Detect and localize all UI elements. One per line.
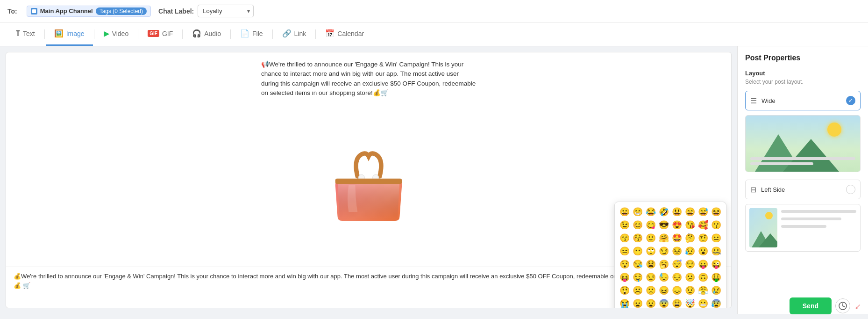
emoji-cell[interactable]: 🤯 [684,297,696,308]
layout-option-leftside[interactable]: ⊟ Left Side [745,180,861,199]
emoji-cell[interactable]: 😔 [671,271,683,283]
emoji-cell[interactable]: 😮 [697,245,709,257]
emoji-cell[interactable]: 😕 [684,271,696,283]
emoji-cell[interactable]: 😉 [619,219,631,231]
emoji-cell[interactable]: 😜 [710,258,722,270]
emoji-cell[interactable]: 😧 [645,297,657,308]
emoji-cell[interactable]: 😟 [684,284,696,297]
emoji-cell[interactable]: 😒 [645,271,657,283]
leftside-line-3 [781,225,826,228]
emoji-cell[interactable]: 😴 [671,258,683,270]
emoji-cell[interactable]: 😭 [619,297,631,308]
emoji-cell[interactable]: 😯 [619,258,631,270]
emoji-cell[interactable]: 😥 [684,245,696,257]
emoji-cell[interactable]: 😀 [619,206,631,218]
file-icon: 📄 [240,29,249,38]
image-icon: 🖼️ [54,29,64,38]
emoji-cell[interactable]: 😶 [632,245,644,257]
emoji-cell[interactable]: 😰 [710,297,722,308]
emoji-cell[interactable]: 🤔 [684,232,696,244]
emoji-cell[interactable]: 😲 [619,284,631,297]
emoji-cell[interactable]: 😍 [671,219,683,231]
emoji-cell[interactable]: 🤩 [671,232,683,244]
emoji-cell[interactable]: 😙 [619,232,631,244]
emoji-cell[interactable]: 😝 [619,271,631,283]
emoji-cell[interactable]: 😘 [684,219,696,231]
gif-icon: GIF [148,30,159,37]
emoji-cell[interactable]: 😢 [710,284,722,297]
leftside-layout-name: Left Side [761,186,841,193]
emoji-cell[interactable]: 😋 [645,219,657,231]
emoji-cell[interactable]: 😤 [697,284,709,297]
leftside-layout-preview [745,204,861,252]
tab-divider-7 [315,29,316,39]
emoji-cell[interactable]: 😣 [671,245,683,257]
schedule-button[interactable] [835,298,850,313]
emoji-cell[interactable]: 🤣 [658,206,670,218]
chat-label-section: Chat Label: Loyalty VIP General Premium … [158,5,254,17]
emoji-cell[interactable]: 😚 [632,232,644,244]
emoji-grid: 😀😁😂🤣😃😄😅😆😉😊😋😎😍😘🥰😗😙😚🙂🤗🤩🤔🤨😐😑😶🙄😏😣😥😮🤐😯😪😫🥱😴😌😛😜… [619,206,722,308]
emoji-cell[interactable]: 🥱 [658,258,670,270]
leftside-layout-icon: ⊟ [750,185,756,194]
emoji-cell[interactable]: 😦 [632,297,644,308]
tab-image-label: Image [66,30,85,37]
tab-file[interactable]: 📄 File [232,22,271,46]
emoji-cell[interactable]: 😄 [684,206,696,218]
emoji-cell[interactable]: 😩 [671,297,683,308]
wide-layout-icon: ☰ [750,96,757,105]
emoji-cell[interactable]: 😪 [632,258,644,270]
tab-link-label: Link [294,30,306,37]
emoji-cell[interactable]: 😬 [697,297,709,308]
layout-option-wide[interactable]: ☰ Wide ✓ [745,91,861,110]
emoji-cell[interactable]: 😎 [658,219,670,231]
emoji-cell[interactable]: 😁 [632,206,644,218]
emoji-cell[interactable]: 😂 [645,206,657,218]
emoji-picker[interactable]: 😀😁😂🤣😃😄😅😆😉😊😋😎😍😘🥰😗😙😚🙂🤗🤩🤔🤨😐😑😶🙄😏😣😥😮🤐😯😪😫🥱😴😌😛😜… [614,202,726,308]
channel-name: Main App Channel [40,7,93,14]
emoji-cell[interactable]: 🤗 [658,232,670,244]
leftside-line-1 [781,210,856,213]
emoji-cell[interactable]: 😑 [619,245,631,257]
tab-audio[interactable]: 🎧 Audio [184,22,229,46]
emoji-cell[interactable]: 🙃 [697,271,709,283]
tab-calendar[interactable]: 📅 Calendar [317,22,372,46]
preview-line-2 [750,162,813,165]
tab-image[interactable]: 🖼️ Image [46,22,93,46]
video-icon: ▶ [104,29,109,38]
emoji-cell[interactable]: 🥰 [697,219,709,231]
emoji-cell[interactable]: 😗 [710,219,722,231]
emoji-cell[interactable]: 🤐 [710,245,722,257]
emoji-cell[interactable]: 🙂 [645,232,657,244]
emoji-cell[interactable]: 😌 [684,258,696,270]
emoji-cell[interactable]: 😐 [710,232,722,244]
tab-video-label: Video [112,30,129,37]
send-button[interactable]: Send [790,297,832,314]
tags-badge[interactable]: Tags (0 Selected) [96,7,147,15]
emoji-cell[interactable]: 🙄 [645,245,657,257]
image-preview-area[interactable]: 😀😁😂🤣😃😄😅😆😉😊😋😎😍😘🥰😗😙😚🙂🤗🤩🤔🤨😐😑😶🙄😏😣😥😮🤐😯😪😫🥱😴😌😛😜… [6,103,731,267]
emoji-cell[interactable]: ☹️ [632,284,644,297]
emoji-cell[interactable]: 😓 [658,271,670,283]
emoji-cell[interactable]: 😅 [697,206,709,218]
emoji-cell[interactable]: 😞 [671,284,683,297]
emoji-cell[interactable]: 😨 [658,297,670,308]
emoji-cell[interactable]: 🤨 [697,232,709,244]
tab-file-label: File [252,30,263,37]
emoji-cell[interactable]: 😊 [632,219,644,231]
emoji-cell[interactable]: 🤤 [632,271,644,283]
emoji-cell[interactable]: 😛 [697,258,709,270]
tab-video[interactable]: ▶ Video [95,22,137,46]
loyalty-select[interactable]: Loyalty VIP General Premium [198,5,254,17]
emoji-cell[interactable]: 😫 [645,258,657,270]
tab-gif[interactable]: GIF GIF [139,23,181,45]
leftside-preview-image [749,208,777,247]
tab-text[interactable]: T Text [7,23,43,46]
emoji-cell[interactable]: 😖 [658,284,670,297]
emoji-cell[interactable]: 😃 [671,206,683,218]
emoji-cell[interactable]: 🙁 [645,284,657,297]
emoji-cell[interactable]: 😆 [710,206,722,218]
emoji-cell[interactable]: 😏 [658,245,670,257]
tab-link[interactable]: 🔗 Link [274,22,315,46]
emoji-cell[interactable]: 🤑 [710,271,722,283]
